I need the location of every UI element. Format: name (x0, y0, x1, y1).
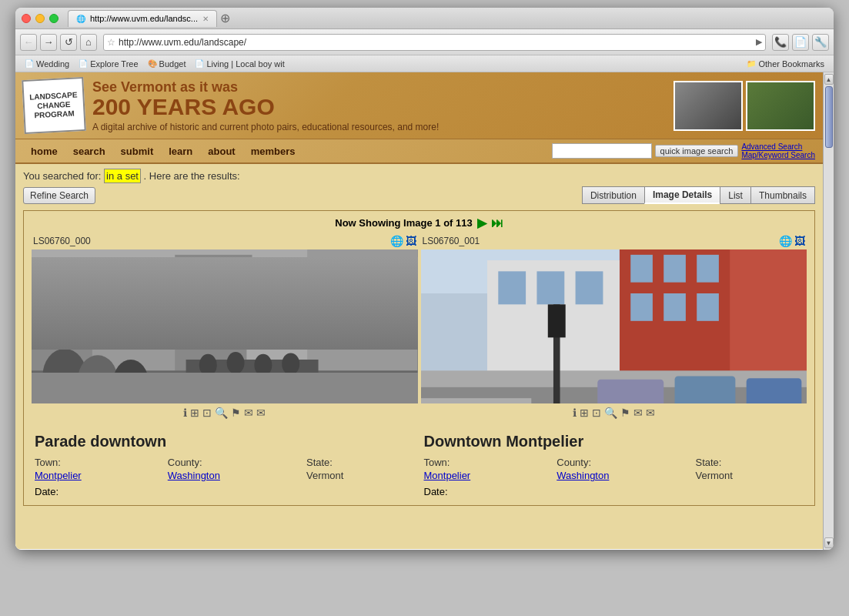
nav-learn[interactable]: learn (161, 146, 200, 157)
date-label-0: Date: (35, 486, 415, 497)
close-button[interactable] (22, 14, 31, 23)
forward-button[interactable]: → (40, 34, 57, 51)
last-image-button[interactable]: ⏭ (491, 216, 503, 230)
svg-point-16 (282, 353, 299, 375)
share-icon-0[interactable]: ✉ (256, 407, 266, 419)
image-title-0: Parade downtown (35, 433, 415, 450)
reload-button[interactable]: ↺ (60, 34, 77, 51)
quick-search-button[interactable]: quick image search (655, 145, 739, 157)
image-toolbar-0: ℹ ⊞ ⊡ 🔍 ⚑ ✉ ✉ (32, 407, 418, 419)
scrollbar[interactable]: ▲ ▼ (823, 72, 834, 550)
page-main: LANDSCAPECHANGEPROGRAM See Vermont as it… (15, 72, 823, 550)
county-value-1[interactable]: Washington (557, 470, 680, 481)
svg-rect-23 (697, 255, 719, 283)
zoom-icon-1[interactable]: ⊡ (592, 407, 601, 419)
tools-button[interactable]: 🔧 (812, 34, 829, 51)
maximize-button[interactable] (49, 14, 58, 23)
image-id-row-1: LS06760_001 🌐 🖼 (421, 235, 807, 247)
nav-about[interactable]: about (200, 146, 242, 157)
zoom-icon-0[interactable]: ⊡ (202, 407, 212, 419)
flag-icon-0[interactable]: ⚑ (231, 407, 241, 419)
tab-distribution[interactable]: Distribution (582, 186, 645, 204)
county-value-0[interactable]: Washington (168, 470, 291, 481)
traffic-lights (22, 14, 58, 23)
quick-search-container: quick image search Advanced Search Map/K… (552, 142, 815, 159)
page-button[interactable]: 📄 (792, 34, 809, 51)
bookmark-wedding[interactable]: 📄 Wedding (20, 59, 74, 69)
scroll-down-button[interactable]: ▼ (824, 537, 834, 548)
tab-close-btn[interactable]: ✕ (202, 15, 209, 23)
share-icon-1[interactable]: ✉ (646, 407, 655, 419)
back-button[interactable]: ← (20, 34, 37, 51)
scroll-thumb[interactable] (825, 86, 833, 148)
navigation-bar: ← → ↺ ⌂ ☆ http://www.uvm.edu/landscape/ … (15, 29, 834, 55)
bookmark-budget[interactable]: 🎨 Budget (143, 59, 191, 69)
town-value-1[interactable]: Montpelier (424, 470, 542, 481)
search-term-highlight: in a set (104, 169, 141, 183)
svg-rect-30 (575, 271, 603, 304)
banner-subtitle: A digital archive of historic and curren… (92, 122, 666, 132)
svg-rect-1 (32, 249, 418, 304)
town-value-0[interactable]: Montpelier (35, 470, 152, 481)
bookmark-explore-tree[interactable]: 📄 Explore Tree (74, 59, 142, 69)
magnify-icon-1[interactable]: 🔍 (604, 407, 617, 419)
image-icon-1[interactable]: 🖼 (794, 235, 805, 247)
globe-icon-0[interactable]: 🌐 (390, 235, 403, 247)
nav-members[interactable]: members (243, 146, 303, 157)
globe-icon-1[interactable]: 🌐 (779, 235, 792, 247)
image-icon-0[interactable]: 🖼 (406, 235, 416, 247)
home-button[interactable]: ⌂ (80, 34, 97, 51)
nav-right-buttons: 📞 📄 🔧 (772, 34, 829, 51)
nav-home[interactable]: home (23, 146, 65, 157)
bookmark-living[interactable]: 📄 Living | Local boy wit (190, 59, 289, 69)
new-tab-button[interactable]: ⊕ (220, 12, 230, 25)
meta-grid-0: Town: County: State: Montpelier Washingt… (35, 457, 415, 481)
state-value-1: Vermont (696, 470, 804, 481)
nav-search[interactable]: search (65, 146, 113, 157)
image-photo-1[interactable] (421, 249, 807, 403)
tab-image-details[interactable]: Image Details (644, 186, 720, 204)
svg-rect-22 (663, 255, 686, 283)
compare-icon-0[interactable]: ⊞ (190, 407, 199, 419)
info-icon-0[interactable]: ℹ (183, 407, 187, 419)
image-photo-0[interactable] (32, 249, 418, 403)
minimize-button[interactable] (35, 14, 45, 23)
comment-icon-0[interactable]: ✉ (244, 407, 253, 419)
bookmark-other[interactable]: 📁 Other Bookmarks (742, 59, 829, 69)
active-tab[interactable]: 🌐 http://www.uvm.edu/landsc... ✕ (68, 10, 217, 27)
bookmark-star-icon[interactable]: ☆ (107, 37, 115, 48)
magnify-icon-0[interactable]: 🔍 (215, 407, 228, 419)
site-header: LANDSCAPECHANGEPROGRAM See Vermont as it… (15, 72, 823, 139)
image-item-1: LS06760_001 🌐 🖼 (421, 235, 807, 419)
nav-submit[interactable]: submit (113, 146, 162, 157)
date-label-text-0: Date: (35, 486, 58, 497)
image-id-0: LS06760_000 (33, 236, 91, 246)
site-logo[interactable]: LANDSCAPECHANGEPROGRAM (22, 77, 86, 134)
scroll-up-button[interactable]: ▲ (824, 74, 834, 85)
svg-rect-2 (32, 260, 98, 393)
banner-photo-2 (746, 81, 815, 131)
bookmark-icon-budget: 🎨 (148, 59, 157, 68)
image-title-1: Downtown Montpelier (424, 433, 804, 450)
advanced-search-links: Advanced Search Map/Keyword Search (741, 142, 815, 159)
tab-bar: 🌐 http://www.uvm.edu/landsc... ✕ ⊕ (68, 10, 827, 27)
info-icon-1[interactable]: ℹ (573, 407, 577, 419)
comment-icon-1[interactable]: ✉ (633, 407, 643, 419)
banner-photo-1 (674, 81, 743, 131)
next-image-button[interactable]: ▶ (477, 216, 486, 230)
search-query-line: You searched for: in a set . Here are th… (23, 170, 815, 182)
map-keyword-search-link[interactable]: Map/Keyword Search (741, 151, 815, 159)
advanced-search-link[interactable]: Advanced Search (741, 142, 815, 151)
refine-search-button[interactable]: Refine Search (23, 187, 95, 204)
caption-item-1: Downtown Montpelier Town: County: State:… (421, 427, 807, 500)
compare-icon-1[interactable]: ⊞ (580, 407, 589, 419)
tab-thumbnails[interactable]: Thumbnails (750, 186, 815, 204)
svg-point-11 (37, 376, 70, 403)
quick-search-input[interactable] (552, 143, 652, 159)
image-icons-1: 🌐 🖼 (779, 235, 805, 247)
flag-icon-1[interactable]: ⚑ (620, 407, 630, 419)
caption-pair: Parade downtown Town: County: State: Mon… (32, 427, 807, 500)
phone-button[interactable]: 📞 (772, 34, 789, 51)
tab-list[interactable]: List (720, 186, 751, 204)
bookmark-label-other: Other Bookmarks (758, 59, 824, 69)
